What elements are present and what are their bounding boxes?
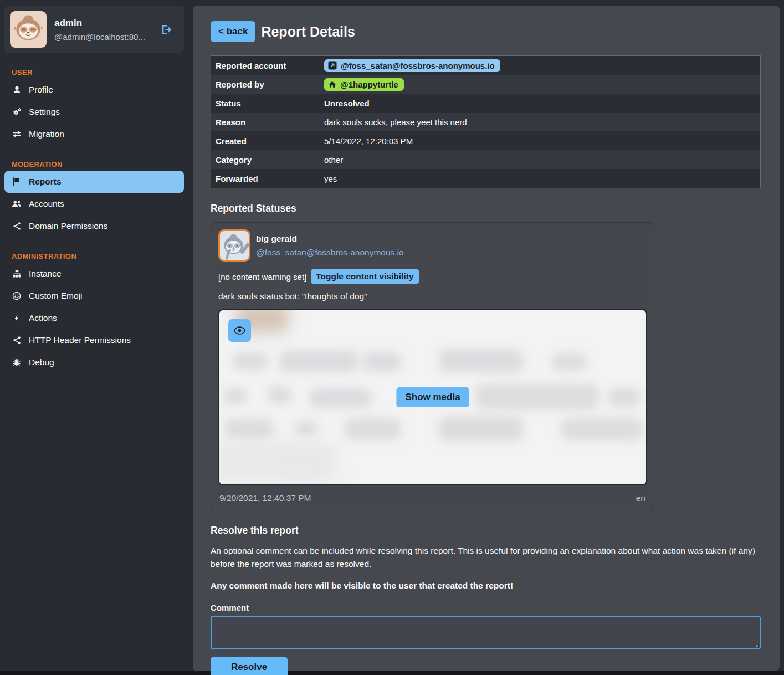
table-row-forwarded: Forwarded yes bbox=[211, 169, 760, 188]
share-nodes-icon bbox=[12, 222, 22, 231]
content-warning-row: [no content warning set] Toggle content … bbox=[218, 269, 647, 284]
reported-account-handle: @foss_satan@fossbros-anonymous.io bbox=[341, 61, 495, 70]
users-icon bbox=[12, 200, 22, 208]
sidebar-item-profile[interactable]: Profile bbox=[4, 79, 184, 101]
status-author: big gerald @foss_satan@fossbros-anonymou… bbox=[256, 234, 404, 258]
section-label: MODERATION bbox=[12, 160, 184, 168]
row-label: Forwarded bbox=[216, 174, 324, 183]
status-timestamp: 9/20/2021, 12:40:37 PM bbox=[219, 493, 311, 503]
sidebar-section-user: USER Profile bbox=[4, 59, 184, 145]
blur-blob bbox=[439, 349, 523, 372]
sidebar-item-label: Custom Emoji bbox=[29, 291, 82, 301]
reported-status-card: big gerald @foss_satan@fossbros-anonymou… bbox=[211, 222, 654, 510]
row-label: Reported by bbox=[216, 80, 324, 89]
row-label: Reported account bbox=[216, 61, 324, 70]
sidebar-item-label: Accounts bbox=[29, 199, 64, 209]
sidebar-item-label: Migration bbox=[29, 129, 64, 139]
report-details-panel: < back Report Details Reported account @… bbox=[193, 6, 780, 671]
back-button[interactable]: < back bbox=[211, 21, 255, 42]
status-language: en bbox=[636, 493, 645, 503]
sidebar-item-reports[interactable]: Reports bbox=[4, 171, 184, 193]
sidebar-item-debug[interactable]: Debug bbox=[4, 351, 184, 374]
bolt-icon bbox=[12, 314, 22, 323]
blur-blob bbox=[345, 418, 401, 439]
hide-media-button[interactable] bbox=[228, 319, 251, 342]
table-row-reported-by: Reported by @1happyturtle bbox=[211, 75, 760, 94]
smile-icon bbox=[12, 292, 22, 300]
avatar bbox=[10, 11, 47, 48]
page-header: < back Report Details bbox=[211, 21, 762, 42]
reported-statuses-heading: Reported Statuses bbox=[211, 203, 762, 214]
sidebar-item-accounts[interactable]: Accounts bbox=[4, 193, 184, 215]
blur-blob bbox=[475, 385, 598, 409]
report-details-table: Reported account @foss_satan@fossbros-an… bbox=[211, 55, 761, 188]
row-label: Created bbox=[216, 136, 324, 146]
section-label: ADMINISTRATION bbox=[12, 252, 184, 260]
blur-blob bbox=[233, 352, 268, 370]
sidebar-section-administration: ADMINISTRATION Instance bbox=[4, 243, 184, 374]
comment-label: Comment bbox=[211, 603, 762, 612]
table-row-reported-account: Reported account @foss_satan@fossbros-an… bbox=[211, 56, 760, 75]
cw-note: [no content warning set] bbox=[218, 272, 306, 282]
blur-blob bbox=[552, 353, 587, 371]
status-media-blurred[interactable]: Show media bbox=[218, 309, 647, 485]
external-link-square-icon bbox=[328, 61, 337, 70]
blur-blob bbox=[362, 352, 401, 371]
sidebar-item-instance[interactable]: Instance bbox=[4, 263, 184, 285]
row-label: Status bbox=[216, 99, 324, 108]
status-handle-link[interactable]: @foss_satan@fossbros-anonymous.io bbox=[256, 248, 404, 257]
sidebar-item-label: Actions bbox=[29, 313, 57, 323]
blur-blob bbox=[225, 419, 274, 439]
table-row-reason: Reason dark souls sucks, please yeet thi… bbox=[211, 113, 760, 131]
sidebar-item-label: Profile bbox=[29, 85, 53, 95]
sidebar-item-http-header-permissions[interactable]: HTTP Header Permissions bbox=[4, 329, 184, 351]
reporter-badge[interactable]: @1happyturtle bbox=[324, 78, 404, 91]
blur-blob bbox=[218, 443, 336, 482]
blur-blob bbox=[309, 388, 371, 408]
sidebar-item-label: Domain Permissions bbox=[29, 221, 107, 231]
sidebar-item-actions[interactable]: Actions bbox=[4, 307, 184, 329]
table-row-created: Created 5/14/2022, 12:20:03 PM bbox=[211, 131, 760, 150]
home-icon bbox=[328, 80, 336, 89]
comment-input[interactable] bbox=[211, 616, 761, 649]
sloth-avatar-gray-image bbox=[220, 231, 249, 260]
user-card[interactable]: admin @admin@localhost:80... bbox=[4, 6, 184, 53]
show-media-button[interactable]: Show media bbox=[396, 387, 469, 407]
sloth-avatar-image bbox=[10, 11, 47, 48]
row-label: Reason bbox=[216, 117, 324, 127]
sidebar-item-custom-emoji[interactable]: Custom Emoji bbox=[4, 285, 184, 307]
logout-button[interactable] bbox=[158, 22, 175, 37]
status-content-text: dark souls status bot: "thoughts of dog" bbox=[218, 292, 647, 301]
section-label: USER bbox=[12, 68, 184, 76]
admin-settings-page: admin @admin@localhost:80... USER Profil… bbox=[0, 0, 784, 671]
blur-blob bbox=[608, 388, 640, 407]
table-row-category: Category other bbox=[211, 150, 760, 169]
toggle-content-visibility-button[interactable]: Toggle content visibility bbox=[311, 269, 418, 284]
bug-icon bbox=[12, 358, 22, 367]
row-label: Category bbox=[216, 155, 324, 165]
sidebar-item-label: Settings bbox=[29, 107, 60, 117]
sidebar-item-migration[interactable]: Migration bbox=[4, 123, 184, 145]
user-handle: @admin@localhost:80... bbox=[54, 32, 145, 42]
user-meta: admin @admin@localhost:80... bbox=[54, 18, 145, 42]
blur-blob bbox=[224, 388, 247, 405]
status-avatar bbox=[218, 229, 250, 262]
user-name: admin bbox=[54, 18, 145, 29]
reporter-handle: @1happyturtle bbox=[340, 80, 398, 89]
gears-icon bbox=[12, 108, 22, 116]
status-display-name: big gerald bbox=[256, 234, 404, 244]
sidebar-item-domain-permissions[interactable]: Domain Permissions bbox=[4, 215, 184, 237]
blur-blob bbox=[267, 387, 293, 403]
page-title: Report Details bbox=[261, 24, 355, 40]
resolve-button[interactable]: Resolve bbox=[211, 657, 288, 675]
blur-blob bbox=[295, 421, 318, 437]
status-header: big gerald @foss_satan@fossbros-anonymou… bbox=[218, 229, 647, 262]
reported-account-badge[interactable]: @foss_satan@fossbros-anonymous.io bbox=[324, 59, 500, 72]
resolve-heading: Resolve this report bbox=[211, 525, 762, 536]
reason-value: dark souls sucks, please yeet this nerd bbox=[324, 117, 467, 127]
blur-blob bbox=[439, 417, 523, 441]
sign-out-icon bbox=[161, 24, 173, 35]
sidebar-item-settings[interactable]: Settings bbox=[4, 101, 184, 123]
eye-icon bbox=[234, 326, 245, 335]
sidebar-item-label: Reports bbox=[29, 177, 62, 187]
